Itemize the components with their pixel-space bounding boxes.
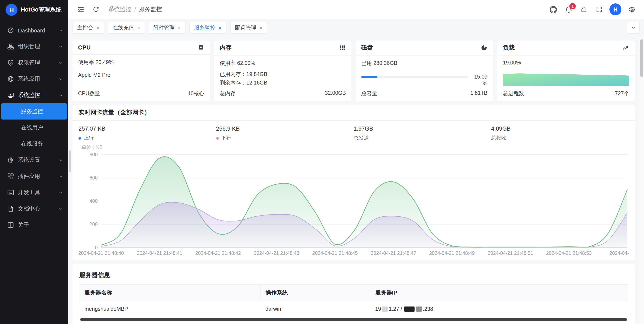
memory-free-text: 剩余内存：12.16GB <box>220 79 346 86</box>
stat-card-row: CPU 使用率 20.49% Apple M2 Pro CPU数量 10核心 <box>72 41 634 101</box>
col-server-name: 服务器名称 <box>79 284 260 301</box>
svg-text:2024-04-21 21:4: 2024-04-21 21:4 <box>610 250 629 256</box>
tab-label: 服务监控 <box>194 24 216 31</box>
chevron-down-icon <box>631 25 636 30</box>
fullscreen-icon[interactable] <box>593 3 606 16</box>
gear-icon <box>7 157 14 163</box>
memory-footer-label: 总内存 <box>220 90 236 97</box>
tab-console[interactable]: 主控台 × <box>72 22 104 34</box>
sidebar-item-docs[interactable]: 文档中心 <box>0 201 68 217</box>
shield-icon <box>7 59 14 66</box>
sidebar-item-devtools[interactable]: 开发工具 <box>0 184 68 201</box>
stat-upstream: 257.07 KB 上行 <box>78 126 216 142</box>
settings-gear-icon[interactable] <box>625 3 638 16</box>
chevron-down-icon <box>58 77 63 81</box>
sidebar-item-label: 系统应用 <box>18 75 54 83</box>
close-icon[interactable]: × <box>137 25 140 31</box>
stat-value: 257.07 KB <box>78 126 216 132</box>
tab-online-recharge[interactable]: 在线充值 × <box>108 22 145 34</box>
cpu-icon <box>198 44 204 51</box>
app-root: H HotGo管理系统 Dashboard 组织管理 <box>0 0 644 324</box>
notification-badge: 1 <box>569 3 576 10</box>
sidebar-item-label: 插件应用 <box>18 172 54 180</box>
info-icon <box>7 222 14 228</box>
tab-config-manage[interactable]: 配置管理 × <box>230 22 267 34</box>
notification-bell-icon[interactable]: 1 <box>562 3 575 16</box>
cpu-usage-text: 使用率 20.49% <box>78 59 204 66</box>
chevron-up-icon <box>58 93 63 98</box>
load-percent-text: 19.00% <box>503 60 629 66</box>
tab-service-monitor[interactable]: 服务监控 × <box>190 22 226 34</box>
close-icon[interactable]: × <box>96 25 99 31</box>
table-header-row: 服务器名称 操作系统 服务器IP <box>79 284 628 301</box>
tabbar: 主控台 × 在线充值 × 附件管理 × 服务监控 × 配置管理 × <box>68 19 644 37</box>
org-icon <box>7 43 14 50</box>
sidebar-item-label: 系统监控 <box>18 91 54 99</box>
network-chart[interactable]: 0200400600800单位：KB2024-04-21 21:48:40202… <box>78 143 629 258</box>
sidebar-item-org[interactable]: 组织管理 <box>0 39 68 55</box>
server-info-card: 服务器信息 服务器名称 操作系统 服务器IP mengshuaideMBP <box>72 264 634 324</box>
sidebar-item-system-settings[interactable]: 系统设置 <box>0 152 68 168</box>
sidebar-item-label: 文档中心 <box>18 205 54 213</box>
memory-grid-icon <box>339 44 346 51</box>
load-spark-chart <box>503 68 629 86</box>
sidebar-item-label: 关于 <box>18 221 63 229</box>
close-icon[interactable]: × <box>218 25 222 31</box>
sidebar-item-permission[interactable]: 权限管理 <box>0 55 68 71</box>
sidebar-item-system-monitor[interactable]: 系统监控 <box>0 87 68 103</box>
sidebar-item-system-app[interactable]: 系统应用 <box>0 71 68 87</box>
trend-line-icon <box>622 44 629 51</box>
server-table: 服务器名称 操作系统 服务器IP mengshuaideMBP darwin 1… <box>79 284 628 317</box>
load-card-title: 负载 <box>503 44 515 52</box>
breadcrumb-current[interactable]: 服务监控 <box>139 6 162 13</box>
menu-fold-icon[interactable] <box>74 3 87 16</box>
close-icon[interactable]: × <box>259 25 262 31</box>
svg-text:600: 600 <box>90 175 98 181</box>
sidebar-item-dashboard[interactable]: Dashboard <box>0 22 68 39</box>
col-server-ip: 服务器IP <box>370 284 628 301</box>
sidebar-subitem-online-services[interactable]: 在线服务 <box>1 136 67 152</box>
tab-label: 在线充值 <box>112 24 134 31</box>
document-icon <box>7 205 14 212</box>
tab-attachment-manage[interactable]: 附件管理 × <box>149 22 186 34</box>
stat-downstream: 256.9 KB 下行 <box>216 126 354 142</box>
sidebar-subitem-service-monitor[interactable]: 服务监控 <box>1 103 67 120</box>
sidebar-item-about[interactable]: 关于 <box>0 217 68 233</box>
vertical-scrollbar-thumb[interactable] <box>640 39 643 77</box>
disk-footer-label: 总容量 <box>361 90 377 97</box>
stat-label: 总接收 <box>491 134 506 142</box>
breadcrumb: 系统监控 / 服务监控 <box>108 6 162 13</box>
sidebar-item-label: 系统设置 <box>18 156 54 164</box>
sidebar-scrollbar-thumb[interactable] <box>69 150 71 172</box>
memory-footer-value: 32.00GB <box>325 90 346 97</box>
user-avatar[interactable]: H <box>610 4 622 15</box>
breadcrumb-parent[interactable]: 系统监控 <box>108 6 131 13</box>
svg-text:2024-04-21 21:48:42: 2024-04-21 21:48:42 <box>195 250 241 256</box>
table-row: mengshuaideMBP darwin 191.27 / .238 <box>79 301 628 317</box>
sidebar: H HotGo管理系统 Dashboard 组织管理 <box>0 0 68 324</box>
memory-used-text: 已用内存：19.84GB <box>220 71 346 78</box>
server-ip-value: 191.27 / .238 <box>370 301 628 317</box>
github-icon[interactable] <box>547 3 560 16</box>
refresh-icon[interactable] <box>90 3 102 16</box>
table-horizontal-scrollbar[interactable] <box>80 318 627 321</box>
main-area: 系统监控 / 服务监控 1 H <box>68 0 644 324</box>
chevron-down-icon <box>58 206 63 211</box>
tab-label: 配置管理 <box>235 24 256 31</box>
sidebar-item-plugins[interactable]: 插件应用 <box>0 168 68 184</box>
close-icon[interactable]: × <box>178 25 181 31</box>
chevron-down-icon <box>58 190 63 195</box>
cpu-model-text: Apple M2 Pro <box>78 72 204 78</box>
app-logo[interactable]: H HotGo管理系统 <box>0 0 68 20</box>
disk-progress-fill <box>361 76 377 78</box>
topbar-actions: 1 H <box>547 3 638 16</box>
chevron-down-icon <box>58 158 63 162</box>
svg-text:200: 200 <box>90 222 98 227</box>
sidebar-subitem-online-users[interactable]: 在线用户 <box>1 120 67 136</box>
lock-icon[interactable] <box>578 3 590 16</box>
cpu-card: CPU 使用率 20.49% Apple M2 Pro CPU数量 10核心 <box>72 41 210 101</box>
stat-value: 256.9 KB <box>216 126 354 132</box>
svg-text:单位：KB: 单位：KB <box>82 145 103 150</box>
vertical-scrollbar-track[interactable] <box>639 37 644 324</box>
tab-dropdown-button[interactable] <box>627 22 640 34</box>
